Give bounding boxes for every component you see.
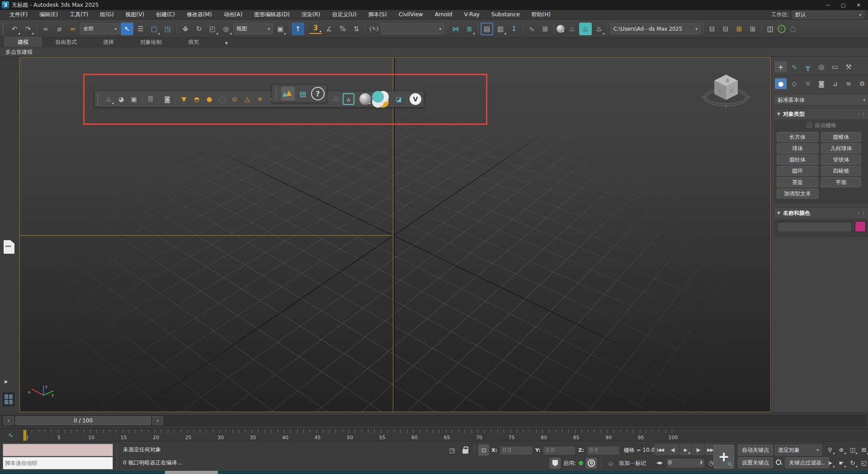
save-file-button[interactable]: ◫ (764, 23, 777, 35)
primitive-textplus-button[interactable]: 加强型文本 (777, 189, 818, 199)
primitive-box-button[interactable]: 长方体 (777, 132, 818, 142)
undo-button[interactable]: ↶ (8, 23, 21, 35)
next-frame-arrow[interactable]: › (152, 416, 163, 425)
vray-material-converter-button[interactable]: ◪ (393, 93, 405, 105)
scene-container-button-3[interactable]: ⊞ (733, 23, 745, 35)
zoom-all-button[interactable]: ⊕ (836, 444, 847, 455)
vray-sun-light-button[interactable]: ☀ (254, 93, 266, 105)
use-pivot-center-button[interactable]: ▣ (274, 23, 287, 35)
menu-vray[interactable]: V-Ray (458, 10, 485, 19)
walkthrough-button[interactable]: ➤ (825, 457, 835, 468)
scene-container-button-4[interactable]: ⊞ (746, 23, 759, 35)
named-selection-sets-button[interactable]: {✎} (368, 23, 380, 35)
ribbon-toggle[interactable]: ↧ (508, 23, 520, 35)
vray-material-button[interactable] (359, 93, 371, 105)
panel-tab-create[interactable]: + (775, 62, 787, 72)
object-type-rollout-header[interactable]: ▼ 对象类型 ⋮⋮ (774, 109, 868, 119)
create-subtab-helpers[interactable]: ⊿ (829, 78, 841, 89)
create-subtab-geometry[interactable]: ● (775, 78, 787, 89)
perspective-viewport[interactable]: ♨◕▣☰◙▼◓●◯⊙△☀✦◔◑△∷⁂▵✿◪V ▲▲▤? 顶 左 前 (19, 57, 771, 412)
object-color-swatch[interactable] (855, 221, 866, 232)
next-frame-button[interactable]: |▶ (692, 444, 704, 455)
selection-set-dropdown[interactable]: 选定对象 ▾ (775, 445, 822, 455)
menu-graph-editors[interactable]: 图形编辑器(D) (248, 10, 296, 19)
add-time-tag-button[interactable]: 添加⋯标记 (619, 460, 646, 467)
ribbon-tab-freeform[interactable]: 自由形式 (42, 38, 90, 47)
ribbon-tab-selection[interactable]: 选择 (90, 38, 127, 47)
menu-tools[interactable]: 工具(T) (64, 10, 94, 19)
viewport-layout-tab[interactable] (4, 240, 14, 254)
selection-lock-button[interactable] (460, 445, 471, 455)
scene-container-button-2[interactable]: ⊟ (719, 23, 732, 35)
align-button[interactable]: ≣ (463, 23, 476, 35)
license-check-icon[interactable]: ✓ (778, 25, 786, 33)
vray-asset-browser-button[interactable]: ▣ (128, 93, 140, 105)
select-by-name-button[interactable]: ☰ (134, 23, 147, 35)
vray-render-button[interactable]: ♨ (103, 93, 114, 105)
select-object-button[interactable]: ↖ (121, 23, 133, 35)
panel-tab-display[interactable]: ▭ (829, 62, 841, 72)
category-dropdown[interactable]: 标准基本体 ▾ (774, 95, 868, 105)
name-color-rollout-header[interactable]: ▼ 名称和颜色 ⋮⋮ (774, 208, 868, 218)
workspace-dropdown[interactable]: 默认 ▾ (792, 11, 864, 19)
previous-frame-button[interactable]: ◀| (667, 444, 679, 455)
primitive-tube-button[interactable]: 管状体 (821, 155, 861, 165)
set-keys-button[interactable]: + (713, 445, 734, 469)
vray-fur-button[interactable]: ⁂ (330, 93, 342, 105)
select-rotate-button[interactable]: ↻ (193, 23, 205, 35)
primitive-torus-button[interactable]: 圆环 (777, 166, 818, 176)
create-subtab-systems[interactable]: ⚙ (856, 78, 868, 89)
scene-container-button-1[interactable]: ⊟ (706, 23, 718, 35)
select-move-button[interactable]: ↔↕ (179, 23, 192, 35)
key-filters-button[interactable]: 关键点过滤器.. (785, 457, 829, 468)
x-coordinate-field[interactable]: 0.0 (500, 445, 533, 455)
vray-mesh-light-button[interactable]: △ (241, 93, 253, 105)
shading-shield-button[interactable] (550, 458, 561, 469)
bind-spacewarp-button[interactable]: ≈ (66, 23, 79, 35)
primitive-cylinder-button[interactable]: 圆柱体 (777, 155, 818, 165)
vray-help-button[interactable]: ? (311, 87, 325, 100)
primitive-teapot-button[interactable]: 茶壶 (777, 177, 818, 187)
menu-customize[interactable]: 自定义(U) (326, 10, 363, 19)
window-crossing-button[interactable]: ◳ (161, 23, 174, 35)
vray-decal-button[interactable]: ▵ (343, 93, 354, 105)
autogrid-checkbox[interactable] (807, 123, 812, 128)
viewcube[interactable]: 顶 左 前 (700, 67, 752, 113)
selection-filter-dropdown[interactable]: 全部▾ (80, 24, 120, 34)
render-button[interactable]: ♨ (593, 23, 605, 35)
timeline-ruler[interactable]: 0510152025303540455055606570758085909510… (22, 429, 678, 441)
menu-rendering[interactable]: 渲染(R) (296, 10, 326, 19)
minimize-button[interactable]: ─ (820, 0, 835, 9)
panel-tab-motion[interactable]: ◎ (816, 62, 827, 72)
percent-snap-button[interactable]: % (336, 23, 349, 35)
primitive-pyramid-button[interactable]: 四棱锥 (821, 166, 861, 176)
zoom-extents-all-button[interactable]: ⊞ (859, 444, 868, 455)
angle-snap-button[interactable]: ∠ (323, 23, 335, 35)
create-subtab-shapes[interactable]: ◇ (788, 78, 800, 89)
create-subtab-spacewarps[interactable]: ≋ (843, 78, 854, 89)
zoom-extents-button[interactable]: ◫ (847, 444, 858, 455)
panel-tab-hierarchy[interactable]: ╦ (802, 62, 814, 72)
selection-region-button[interactable]: ▢ (148, 23, 160, 35)
snap-toggle-button[interactable]: 3 (309, 24, 322, 34)
menu-substance[interactable]: Substance (486, 10, 526, 19)
vray-menu-button[interactable]: V (410, 93, 421, 105)
unlink-button[interactable]: ⌀ (53, 23, 66, 35)
menu-create[interactable]: 创建(C) (150, 10, 181, 19)
close-button[interactable]: ✕ (851, 0, 866, 9)
ribbon-overflow-button[interactable]: ▾ (212, 39, 241, 47)
schematic-view-button[interactable]: ⊞ (539, 23, 552, 35)
vray-plane-light-button[interactable]: ▼ (178, 93, 190, 105)
vray-disc-light-button[interactable]: ⊙ (229, 93, 241, 105)
menu-scripting[interactable]: 脚本(S) (363, 10, 393, 19)
menu-civilview[interactable]: CivilView (393, 10, 429, 19)
absolute-mode-button[interactable]: ⊡ (478, 445, 489, 455)
scene-explorer-toggle[interactable]: ▤ (481, 23, 493, 35)
go-to-start-button[interactable]: |◀◀ (654, 444, 666, 455)
vray-frame-buffer-button[interactable]: ◕ (115, 93, 127, 105)
ribbon-tab-modeling[interactable]: 建模 (5, 37, 42, 47)
auto-key-button[interactable]: 自动关键点 (738, 445, 773, 455)
isolate-selection-button[interactable]: ◳ (447, 445, 458, 455)
current-frame-field[interactable]: 0 ▲▼ (666, 457, 705, 468)
previous-frame-arrow[interactable]: ‹ (3, 416, 14, 425)
